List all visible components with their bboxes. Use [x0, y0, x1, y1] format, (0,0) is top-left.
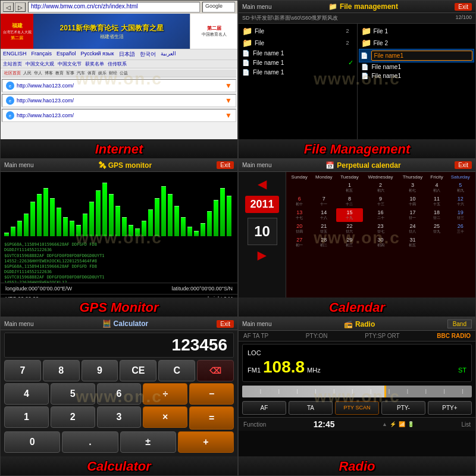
cal-row-4: 20廿四 21廿五 22廿六 23廿七 24廿八 25廿九 26三十 — [287, 222, 474, 236]
radio-top-bar: AF TA TP PTY:ON PTY:SP ORT BBC RADIO — [239, 331, 475, 342]
calc-btn-plusminus[interactable]: ± — [120, 431, 176, 453]
cal-year: 2011 — [245, 196, 278, 213]
nav-link-fr[interactable]: Français — [32, 51, 52, 58]
calc-header: Main menu 🧮 Calculator Exit — [1, 318, 237, 330]
fm-exit-btn[interactable]: Exit — [455, 3, 472, 11]
calc-btn-0[interactable]: 0 — [4, 431, 60, 453]
fm-right-item-5[interactable]: 📄 File name1 — [359, 71, 475, 80]
calc-btn-1[interactable]: 1 — [4, 406, 49, 428]
nav-link-ja[interactable]: 日本語 — [119, 51, 135, 58]
link-2[interactable]: 中国文化大观 — [26, 61, 54, 67]
forward-btn[interactable]: ▷ — [15, 2, 26, 12]
radio-menu-btn[interactable]: Main menu — [242, 321, 271, 327]
radio-btn-row: AF TA PTY SCAN PTY- PTY+ — [239, 399, 475, 417]
calc-btn-c[interactable]: C — [158, 360, 195, 381]
file-icon-4: 📄 — [242, 60, 250, 66]
radio-slider[interactable] — [242, 386, 472, 397]
calc-btn-dot[interactable]: . — [62, 431, 118, 453]
fm-left-item-5[interactable]: 📄 File name 1 — [240, 68, 356, 77]
radio-function-btn[interactable]: Function — [243, 421, 266, 428]
nav-link-ar[interactable]: العربية — [161, 51, 176, 58]
radio-band-btn[interactable]: Band — [447, 320, 472, 328]
calc-btn-ce[interactable]: CE — [120, 360, 156, 381]
radio-icon: 📻 — [344, 320, 353, 328]
radio-bbc: BBC RADIO — [437, 333, 471, 339]
radio-af-btn[interactable]: AF — [242, 401, 286, 415]
banner-title: 2011新华教育论坛 大国教育之星 — [60, 23, 163, 33]
radio-ta-btn[interactable]: TA — [289, 401, 333, 415]
nav-link-ko[interactable]: 한국어 — [140, 51, 156, 58]
nav-link-ru[interactable]: Pycckий язык — [81, 51, 114, 58]
calc-btn-add[interactable]: + — [178, 431, 234, 453]
gps-bar-33 — [220, 188, 225, 236]
radio-list-btn[interactable]: List — [461, 421, 471, 428]
file-icon-r3: 📄 — [361, 52, 369, 59]
back-btn[interactable]: ◁ — [3, 2, 14, 12]
calc-menu-btn[interactable]: Main menu — [4, 321, 33, 327]
fm-filename-input[interactable] — [371, 51, 473, 61]
gps-bar-25 — [168, 194, 173, 236]
link-3[interactable]: 中国文化节 — [58, 61, 82, 67]
calc-btn-mul[interactable]: × — [143, 406, 187, 428]
calc-btn-del[interactable]: ⌫ — [197, 360, 234, 381]
radio-pty-plus-btn[interactable]: PTY+ — [428, 401, 472, 415]
fm-left-item-4[interactable]: 📄 File name 1 ✓ — [240, 58, 356, 68]
calendar-label: Calendar — [239, 298, 475, 317]
gps-info-area: longitude:000°00'00.00"E/W latitude:000°… — [1, 283, 237, 295]
calc-buttons-area: 7 8 9 CE C ⌫ 4 5 6 ÷ − 1 2 — [1, 360, 237, 462]
bookmark-1[interactable]: e http://www.hao123.com/ ▼ — [2, 79, 236, 92]
calc-btn-3[interactable]: 3 — [97, 406, 142, 428]
calc-btn-7[interactable]: 7 — [4, 360, 41, 381]
fm-left-item-1[interactable]: 📁 File 2 — [240, 25, 356, 37]
fm-left-item-2[interactable]: 📁 File 2 — [240, 37, 356, 49]
nav-link-es[interactable]: Español — [57, 51, 76, 58]
radio-label: Radio — [239, 456, 475, 475]
radio-bt-icon: ⚡ — [390, 421, 396, 427]
calc-exit-btn[interactable]: Exit — [217, 320, 234, 328]
nav-link-english[interactable]: ENGLISH — [3, 51, 27, 58]
radio-pty-scan-btn[interactable]: PTY SCAN — [335, 401, 379, 415]
fm-right-item-2[interactable]: 📁 File 2 — [359, 37, 475, 49]
fm-right-item-3-selected[interactable]: 📄 — [359, 49, 475, 62]
calc-btn-eq[interactable]: = — [189, 406, 234, 430]
fm-left-item-3[interactable]: 📄 File name 1 — [240, 49, 356, 58]
calc-row-2: 4 5 6 ÷ − — [4, 383, 234, 405]
fm-menu-btn[interactable]: Main menu — [242, 4, 271, 10]
calc-btn-sub[interactable]: − — [189, 383, 234, 405]
calc-btn-6[interactable]: 6 — [97, 383, 142, 405]
gps-bar-9 — [63, 217, 68, 236]
cal-prev-arrow[interactable]: ◀ — [258, 177, 267, 191]
calc-btn-4[interactable]: 4 — [4, 383, 49, 405]
link-1[interactable]: 主站首页 — [3, 61, 22, 67]
gps-bar-15 — [102, 183, 107, 237]
banner-center: 2011新华教育论坛 大国教育之星 福建省生活 — [33, 14, 190, 49]
fm-right-item-4[interactable]: 📄 File name1 — [359, 62, 475, 71]
gps-bar-3 — [24, 214, 29, 237]
calc-btn-2[interactable]: 2 — [51, 406, 95, 428]
cal-day-num: 10 — [248, 218, 277, 245]
calc-btn-div[interactable]: ÷ — [143, 383, 187, 405]
bookmark-2[interactable]: e http://www.hao123.com/ ▼ — [2, 94, 236, 107]
link-5[interactable]: 佳传联系 — [108, 61, 127, 67]
radio-band-label: FM1 — [248, 367, 261, 374]
radio-status-icons: ▲ ⚡ 📶 🔋 — [382, 421, 414, 427]
radio-unit: MHz — [307, 367, 321, 374]
gps-bar-18 — [122, 217, 127, 236]
search-bar[interactable]: Google — [202, 2, 235, 12]
calc-btn-8[interactable]: 8 — [43, 360, 80, 381]
url-bar[interactable]: http://www.bmw.com.cn/cn/zh/index.html — [28, 2, 200, 12]
cal-exit-btn[interactable]: Exit — [455, 161, 472, 169]
gps-exit-btn[interactable]: Exit — [217, 161, 234, 169]
link-4[interactable]: 获奖名单 — [85, 61, 104, 67]
fm-right-item-1[interactable]: 📁 File 1 — [359, 25, 475, 37]
radio-pty-minus-btn[interactable]: PTY- — [381, 401, 425, 415]
bookmark-icon-3: e — [6, 111, 14, 120]
cal-menu-btn[interactable]: Main menu — [242, 162, 271, 168]
cal-th-tue: Tuesday — [336, 173, 362, 181]
cal-th-wed: Wednesday — [363, 173, 399, 181]
calc-btn-5[interactable]: 5 — [51, 383, 95, 405]
calc-btn-9[interactable]: 9 — [82, 360, 118, 381]
cal-next-arrow[interactable]: ◀ — [258, 250, 267, 264]
gps-menu-btn[interactable]: Main menu — [4, 162, 33, 168]
bookmark-3[interactable]: e http://www.hao123.com/ ▼ — [2, 109, 236, 122]
